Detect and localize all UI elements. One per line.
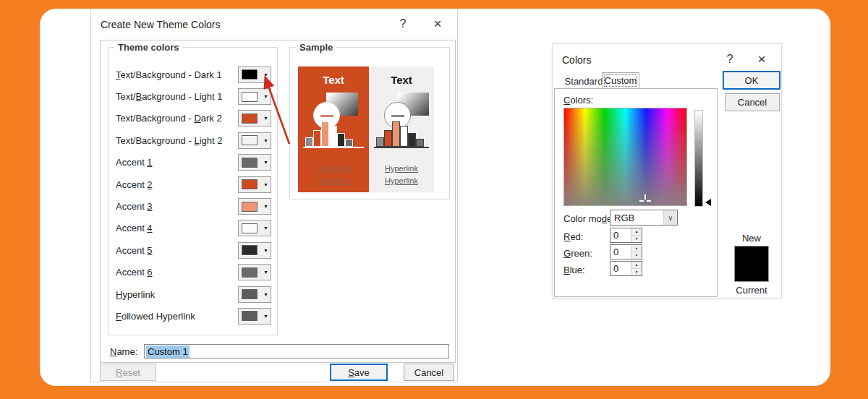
theme-color-row: Accent 5 ▼ <box>116 239 271 261</box>
dropdown-arrow-icon: ▼ <box>263 182 268 187</box>
theme-color-dropdown[interactable]: ▼ <box>238 264 271 280</box>
theme-color-label: Accent 3 <box>116 201 153 212</box>
dropdown-arrow-icon: ▼ <box>263 248 268 253</box>
left-dialog-titlebar[interactable]: Create New Theme Colors ? × <box>91 9 457 39</box>
content-card: Create New Theme Colors ? × Theme colors… <box>40 9 830 386</box>
sample-links: HyperlinkHyperlink <box>369 163 434 187</box>
sample-hyperlink[interactable]: Hyperlink <box>298 163 369 175</box>
hue-saturation-field[interactable] <box>563 108 687 206</box>
theme-color-dropdown[interactable]: ▼ <box>238 154 271 171</box>
close-icon[interactable]: × <box>428 14 447 33</box>
theme-color-dropdown[interactable]: ▼ <box>238 286 271 303</box>
color-field-marker-icon[interactable] <box>639 194 651 202</box>
spin-up-icon[interactable]: ▲ <box>631 228 642 236</box>
color-swatch-icon <box>242 69 258 80</box>
color-swatch-icon <box>242 267 258 278</box>
theme-color-dropdown[interactable]: ▼ <box>238 220 271 236</box>
sample-hyperlink[interactable]: Hyperlink <box>369 175 434 187</box>
dropdown-arrow-icon: ▼ <box>263 138 268 143</box>
luminance-bar[interactable] <box>694 110 703 207</box>
right-dialog-titlebar[interactable]: Colors ? × <box>553 44 781 74</box>
ok-button[interactable]: OK <box>723 71 780 90</box>
sample-bar-chart-icon <box>305 121 353 147</box>
colors-label: Colors: <box>563 95 593 106</box>
theme-color-dropdown[interactable]: ▼ <box>238 176 271 193</box>
dropdown-arrow-icon: ▼ <box>263 94 268 99</box>
theme-color-label: Accent 4 <box>116 223 153 233</box>
color-swatch-icon <box>242 311 258 321</box>
sample-minus-icon <box>391 115 404 117</box>
sample-preview-card: Text HyperlinkHyperlink <box>369 66 434 192</box>
theme-color-dropdown[interactable]: ▼ <box>238 88 271 105</box>
sample-bar <box>345 139 353 147</box>
dropdown-arrow-icon: ▼ <box>263 204 268 209</box>
theme-color-row: Accent 2 ▼ <box>116 173 271 195</box>
color-swatch-icon <box>242 223 258 233</box>
save-button[interactable]: Save <box>330 364 388 381</box>
reset-button[interactable]: Reset <box>100 364 156 381</box>
spin-up-icon[interactable]: ▲ <box>631 262 642 269</box>
luminance-pointer-icon[interactable] <box>705 199 711 206</box>
theme-color-dropdown[interactable]: ▼ <box>238 308 271 325</box>
tab-custom[interactable]: Custom <box>602 72 639 89</box>
name-label: Name: <box>110 346 144 357</box>
close-icon[interactable]: × <box>752 50 771 69</box>
theme-color-row: Accent 4 ▼ <box>116 218 271 239</box>
red-spinner[interactable]: 0 ▲ ▼ <box>610 228 642 243</box>
theme-color-dropdown[interactable]: ▼ <box>238 110 271 126</box>
color-swatch-icon <box>242 158 258 168</box>
theme-color-row: Followed Hyperlink ▼ <box>116 305 271 327</box>
sample-hyperlink[interactable]: Hyperlink <box>298 175 369 187</box>
cancel-button[interactable]: Cancel <box>404 364 454 381</box>
sample-bar-chart-icon <box>376 121 424 147</box>
theme-colors-groupbox: Theme colors Text/Background - Dark 1 ▼ … <box>108 47 278 335</box>
new-label: New <box>734 233 769 244</box>
theme-color-label: Accent 1 <box>116 157 153 168</box>
color-swatch-icon <box>242 179 258 189</box>
cancel-button[interactable]: Cancel <box>725 93 780 111</box>
color-swatch-icon <box>242 92 258 102</box>
color-swatch-icon <box>242 135 258 145</box>
name-row: Name: Custom 1 <box>110 344 449 359</box>
help-icon[interactable]: ? <box>393 14 412 33</box>
spin-up-icon[interactable]: ▲ <box>631 245 642 252</box>
sample-bar <box>313 130 321 147</box>
sample-group-label: Sample <box>296 42 336 53</box>
name-input-selected-text: Custom 1 <box>146 346 190 358</box>
theme-color-rows: Text/Background - Dark 1 ▼ Text/Backgrou… <box>116 64 271 327</box>
theme-color-dropdown[interactable]: ▼ <box>238 132 271 149</box>
blue-spinner[interactable]: 0 ▲ ▼ <box>610 261 642 276</box>
create-new-theme-colors-dialog: Create New Theme Colors ? × Theme colors… <box>90 9 458 382</box>
tab-standard[interactable]: Standard <box>561 75 606 89</box>
help-icon[interactable]: ? <box>720 50 739 69</box>
spin-down-icon[interactable]: ▼ <box>631 252 642 259</box>
sample-hyperlink[interactable]: Hyperlink <box>369 163 434 175</box>
theme-color-label: Text/Background - Light 2 <box>116 135 222 146</box>
color-swatch-icon <box>242 202 258 212</box>
dropdown-arrow-icon: ▼ <box>263 116 268 121</box>
dropdown-arrow-icon: ▼ <box>263 72 268 77</box>
theme-color-label: Text/Background - Light 1 <box>116 91 222 102</box>
theme-color-dropdown[interactable]: ▼ <box>238 242 271 259</box>
sample-minus-icon <box>320 115 333 117</box>
spin-down-icon[interactable]: ▼ <box>631 236 642 242</box>
theme-color-row: Text/Background - Light 2 ▼ <box>116 129 271 151</box>
sample-chart-baseline <box>374 147 429 148</box>
color-model-dropdown[interactable]: RGB ∨ <box>610 210 678 226</box>
theme-color-label: Text/Background - Dark 1 <box>116 69 222 80</box>
sample-bar <box>408 133 416 147</box>
dropdown-arrow-icon: ▼ <box>263 226 268 231</box>
sample-bar <box>321 121 329 147</box>
blue-label: Blue: <box>563 265 585 275</box>
theme-color-label: Accent 2 <box>116 179 153 190</box>
color-swatch-icon <box>242 289 258 299</box>
sample-bar <box>376 137 384 147</box>
theme-color-dropdown[interactable]: ▼ <box>238 66 271 83</box>
theme-color-dropdown[interactable]: ▼ <box>238 198 271 215</box>
name-input[interactable]: Custom 1 <box>144 344 449 359</box>
spin-down-icon[interactable]: ▼ <box>631 269 642 275</box>
blue-value: 0 <box>610 262 631 275</box>
green-spinner[interactable]: 0 ▲ ▼ <box>610 244 642 259</box>
sample-links: HyperlinkHyperlink <box>298 163 369 187</box>
sample-cards: Text HyperlinkHyperlink Text HyperlinkHy… <box>298 66 434 192</box>
